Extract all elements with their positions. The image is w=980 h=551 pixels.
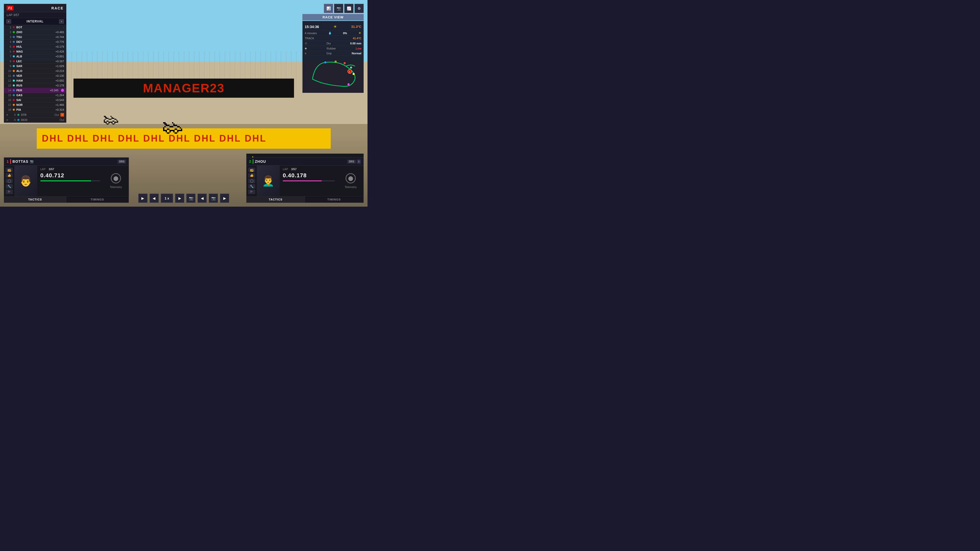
rain-chance: 0% — [343, 32, 347, 35]
driver-row[interactable]: 2ZHO+0.465 — [4, 30, 66, 35]
team-color-dot — [13, 65, 15, 67]
driver-abbr: RUS — [16, 84, 25, 87]
driver-abbr: HAM — [16, 79, 25, 82]
tactics-tab-2[interactable]: TACTICS — [247, 197, 305, 203]
interval-row: ‹ INTERVAL › — [4, 18, 66, 25]
svg-point-4 — [344, 62, 345, 64]
tyre-button-2[interactable]: ◯ — [248, 179, 255, 183]
wrench-button[interactable]: 🔧 — [6, 184, 13, 189]
driver-abbr: NOR — [16, 103, 25, 106]
driver-abbr: BOT — [16, 26, 25, 29]
driver-row[interactable]: 11VER+0.130 — [4, 73, 66, 78]
right-top-panel: 📊 📷 📈 ⚙ RACE VIEW 15:34:36 ☀ 31.3°C 4 mi… — [302, 4, 364, 93]
driver-interval: - — [27, 26, 64, 29]
tab-chart[interactable]: 📈 — [344, 4, 353, 13]
interval-prev-button[interactable]: ‹ — [6, 19, 11, 24]
radio-button[interactable]: 📻 — [6, 168, 13, 172]
dhl-barrier: DHL DHL DHL DHL DHL DHL DHL DHL DHL — [37, 128, 331, 149]
driver-1-photo: 👨 — [14, 165, 37, 196]
driver-row[interactable]: 15GAS+1.264 — [4, 93, 66, 98]
driver-row[interactable]: 8LEC+0.167 — [4, 59, 66, 64]
flag-button[interactable]: 🏳 — [6, 189, 13, 194]
camera-prev[interactable]: ◀ — [197, 194, 207, 203]
driver-row[interactable]: 18PIA+0.319 — [4, 107, 66, 112]
driver-row[interactable]: 17NOR+1.466 — [4, 103, 66, 107]
driver-row[interactable]: 9SAR+1.029 — [4, 64, 66, 68]
team-color-dot — [13, 70, 15, 72]
svg-point-7 — [348, 83, 350, 85]
driver-interval: +0.319 — [27, 108, 64, 111]
driver-pos: 8 — [6, 60, 11, 63]
wrench-button-2[interactable]: 🔧 — [248, 184, 255, 189]
sun-icon-2: ☀ — [358, 31, 361, 35]
driver-row[interactable]: ✕XSTROut! — [4, 112, 66, 118]
driver-row[interactable]: 7ALB+0.891 — [4, 54, 66, 59]
lap-time-row-2: LAP 3/57 — [283, 168, 335, 171]
drivers-list: 1BOT-2ZHO+0.4653TSU+0.7444DEV+0.7765HUL+… — [4, 25, 66, 122]
radio-button-2[interactable]: 📻 — [248, 168, 255, 172]
driver-row[interactable]: 6MAG+0.428 — [4, 49, 66, 54]
driver-pos: 6 — [6, 50, 11, 53]
speed-display: 1 x — [161, 194, 173, 203]
driver-abbr: VER — [16, 74, 25, 77]
telemetry-label-2: Telemetry — [345, 186, 357, 189]
driver-1-name: BOTTAS — [13, 159, 29, 164]
svg-point-5 — [350, 67, 352, 68]
driver-interval: +0.345 — [27, 89, 59, 92]
driver-row[interactable]: 4DEV+0.776 — [4, 40, 66, 44]
rubber-level: Low — [356, 47, 361, 50]
driver-row[interactable]: 5HUL+0.179 — [4, 44, 66, 49]
camera-toggle[interactable]: 📷 — [186, 194, 196, 203]
minutes-row: 4 minutes 💧 0% ☀ — [305, 30, 361, 36]
timings-tab-2[interactable]: TIMINGS — [305, 197, 363, 203]
driver-row[interactable]: ✕XOCOOut — [4, 118, 66, 122]
driver-1-tyre-progress — [40, 180, 100, 181]
driver-interval: Out — [32, 113, 59, 116]
camera-view[interactable]: 📷 — [209, 194, 218, 203]
driver-abbr: SAR — [16, 65, 25, 68]
driver-interval: +0.428 — [27, 50, 64, 53]
driver-pos: 18 — [6, 108, 11, 111]
timings-tab-1[interactable]: TIMINGS — [66, 197, 129, 203]
driver-row[interactable]: 1BOT- — [4, 25, 66, 30]
cross-icon: ✕ — [6, 114, 9, 116]
driver-row[interactable]: 14PER+0.345 — [4, 88, 66, 93]
tactics-tab-1[interactable]: TACTICS — [4, 197, 66, 203]
driver-2-name: ZHOU — [255, 159, 266, 164]
flag-button-2[interactable]: 🏳 — [248, 189, 255, 194]
driver-row[interactable]: 12HAM+0.692 — [4, 78, 66, 83]
team-color-dot — [18, 119, 19, 121]
driver-interval: +0.465 — [27, 30, 64, 34]
interval-label: INTERVAL — [27, 20, 44, 23]
tab-settings[interactable]: ⚙ — [355, 4, 364, 13]
thumbs-button-2[interactable]: 👍 — [248, 173, 255, 178]
driver-row[interactable]: 10ALO+0.219 — [4, 68, 66, 73]
thumbs-button[interactable]: 👍 — [6, 173, 13, 178]
tab-camera[interactable]: 📷 — [334, 4, 343, 13]
tyre-button[interactable]: ◯ — [6, 179, 13, 183]
driver-pos: 15 — [6, 94, 11, 97]
info-icon[interactable]: ℹ — [357, 159, 361, 164]
air-temp: 31.3°C — [351, 25, 361, 29]
driver-2-drs: DRS — [347, 160, 356, 164]
play-button[interactable]: ▶ — [138, 194, 148, 203]
team-color-dot — [13, 36, 15, 38]
prev-button[interactable]: ◀ — [150, 194, 159, 203]
driver-abbr: SAI — [16, 98, 25, 102]
svg-point-3 — [334, 61, 337, 63]
driver-2-tyre-progress — [283, 180, 335, 181]
svg-text:1: 1 — [349, 71, 350, 73]
driver-abbr: PIA — [16, 108, 25, 111]
barrier-text: DHL DHL DHL DHL DHL DHL DHL DHL DHL — [42, 133, 267, 144]
driver-2-tabs: TACTICS TIMINGS — [247, 196, 363, 203]
tab-stats[interactable]: 📊 — [324, 4, 333, 13]
camera-next[interactable]: ▶ — [220, 194, 229, 203]
sun-icon: ☀ — [333, 24, 337, 29]
driver-pos: 14 — [6, 89, 11, 92]
driver-row[interactable]: 3TSU+0.744 — [4, 35, 66, 40]
interval-next-button[interactable]: › — [59, 19, 64, 24]
driver-row[interactable]: 13RUS+0.178 — [4, 83, 66, 88]
next-button[interactable]: ▶ — [175, 194, 184, 203]
driver-row[interactable]: 16SAI+0.543 — [4, 98, 66, 103]
team-color-dot — [13, 75, 15, 77]
